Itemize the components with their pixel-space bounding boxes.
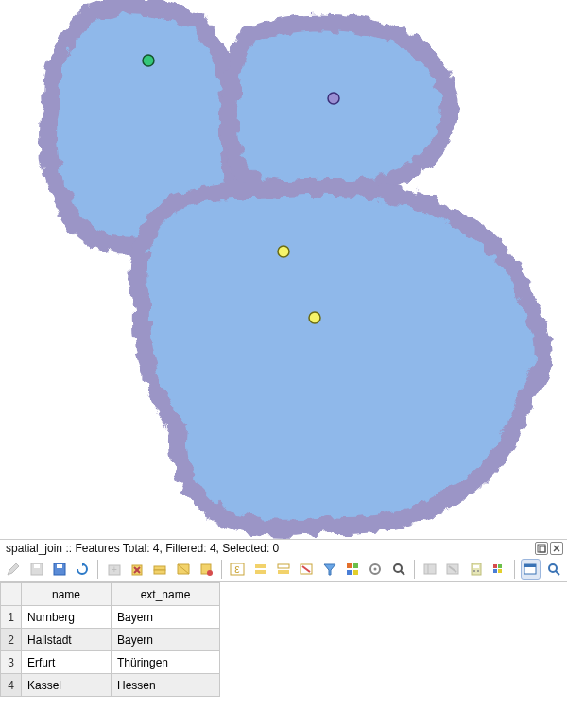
delete-field-icon[interactable]: [443, 559, 462, 580]
svg-rect-13: [154, 566, 165, 570]
svg-point-30: [374, 568, 377, 571]
undock-icon[interactable]: [535, 542, 548, 555]
refresh-icon[interactable]: [73, 559, 92, 580]
svg-rect-26: [353, 563, 358, 568]
svg-rect-22: [278, 570, 289, 574]
svg-point-39: [473, 570, 475, 572]
deselect-icon[interactable]: [297, 559, 316, 580]
svg-rect-46: [524, 564, 536, 567]
svg-rect-7: [57, 564, 62, 568]
cell-name[interactable]: Kassel: [22, 674, 112, 697]
svg-point-16: [207, 570, 213, 576]
svg-text:ε: ε: [235, 563, 241, 576]
close-icon[interactable]: [550, 542, 563, 555]
cell-name[interactable]: Erfurt: [22, 651, 112, 674]
select-all-icon[interactable]: [250, 559, 269, 580]
save-edits-icon[interactable]: [26, 559, 45, 580]
point-erfurt[interactable]: [328, 93, 339, 104]
attribute-table-panel: spatial_join :: Features Total: 4, Filte…: [0, 539, 567, 728]
svg-text:+: +: [112, 564, 117, 575]
filter-icon[interactable]: [320, 559, 339, 580]
svg-rect-0: [538, 545, 545, 552]
cell-ext[interactable]: Bayern: [112, 606, 220, 629]
svg-rect-41: [493, 564, 497, 568]
add-feature-icon[interactable]: +: [104, 559, 123, 580]
svg-point-47: [549, 564, 557, 572]
col-header-ext[interactable]: ext_name: [112, 583, 220, 606]
svg-rect-20: [255, 570, 266, 574]
table-row[interactable]: 2 Hallstadt Bayern: [1, 629, 220, 651]
svg-rect-43: [493, 569, 497, 573]
zoom-to-selected-icon[interactable]: [389, 559, 408, 580]
svg-point-40: [477, 570, 479, 572]
point-kassel[interactable]: [143, 55, 154, 66]
field-calc-icon[interactable]: [467, 559, 486, 580]
attribute-toolbar: + ε: [0, 557, 567, 581]
svg-rect-25: [347, 563, 352, 568]
panel-title: spatial_join :: Features Total: 4, Filte…: [6, 542, 279, 555]
svg-rect-44: [498, 569, 502, 573]
pan-to-selected-icon[interactable]: [366, 559, 385, 580]
svg-rect-14: [154, 570, 165, 574]
cell-ext[interactable]: Bayern: [112, 629, 220, 651]
col-header-name[interactable]: name: [22, 583, 112, 606]
svg-rect-19: [255, 564, 266, 568]
delete-selected-icon[interactable]: [128, 559, 146, 580]
svg-rect-38: [473, 565, 479, 568]
table-row[interactable]: 4 Kassel Hessen: [1, 674, 220, 697]
cell-ext[interactable]: Thüringen: [112, 651, 220, 674]
pencil-icon[interactable]: [4, 559, 23, 580]
expression-icon[interactable]: ε: [228, 559, 247, 580]
save-icon[interactable]: [50, 559, 69, 580]
svg-rect-37: [472, 563, 481, 575]
paste-icon[interactable]: [197, 559, 215, 580]
svg-rect-27: [347, 570, 352, 575]
svg-rect-28: [353, 570, 358, 575]
region-thueringen[interactable]: [230, 23, 450, 191]
cell-name[interactable]: Hallstadt: [22, 629, 112, 651]
row-num[interactable]: 2: [1, 629, 22, 651]
row-num[interactable]: 1: [1, 606, 22, 629]
svg-line-48: [556, 571, 559, 575]
invert-selection-icon[interactable]: [274, 559, 293, 580]
map-canvas[interactable]: [0, 0, 567, 539]
svg-rect-1: [540, 546, 545, 552]
point-hallstadt[interactable]: [278, 246, 289, 257]
svg-rect-33: [424, 564, 436, 574]
select-by-expression-icon[interactable]: [343, 559, 362, 580]
actions-icon[interactable]: [544, 559, 563, 580]
cell-name[interactable]: Nurnberg: [22, 606, 112, 629]
region-bayern[interactable]: [137, 187, 542, 529]
conditional-format-icon[interactable]: [490, 559, 508, 580]
cut-icon[interactable]: [150, 559, 169, 580]
table-row[interactable]: 3 Erfurt Thüringen: [1, 651, 220, 674]
svg-rect-5: [34, 564, 40, 568]
cell-ext[interactable]: Hessen: [112, 674, 220, 697]
table-row[interactable]: 1 Nurnberg Bayern: [1, 606, 220, 629]
dock-icon[interactable]: [521, 559, 541, 580]
attribute-table[interactable]: name ext_name 1 Nurnberg Bayern 2 Hallst…: [0, 581, 567, 697]
point-nurnberg[interactable]: [309, 312, 320, 323]
svg-line-32: [401, 571, 404, 575]
svg-point-31: [394, 564, 402, 572]
row-header-blank: [1, 583, 22, 606]
svg-rect-21: [278, 564, 289, 568]
svg-rect-42: [498, 564, 502, 568]
table-header: name ext_name: [1, 583, 220, 606]
row-num[interactable]: 4: [1, 674, 22, 697]
row-num[interactable]: 3: [1, 651, 22, 674]
new-field-icon[interactable]: [421, 559, 439, 580]
copy-icon[interactable]: [173, 559, 192, 580]
